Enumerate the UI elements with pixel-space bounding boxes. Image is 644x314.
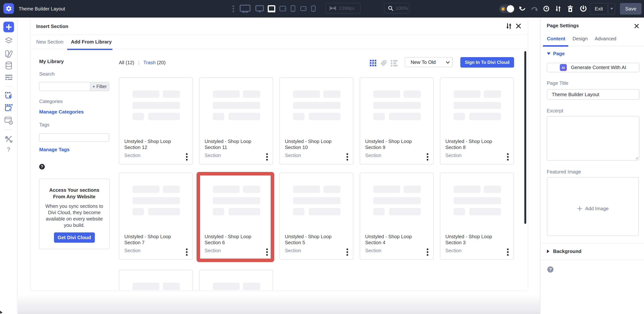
svg-text:AI: AI: [562, 66, 565, 70]
